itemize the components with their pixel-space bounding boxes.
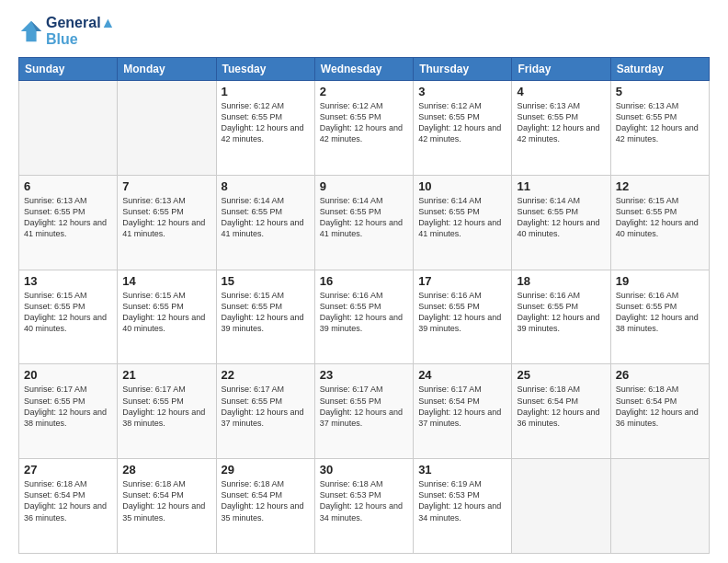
day-number: 19 [616, 274, 704, 288]
calendar-table: SundayMondayTuesdayWednesdayThursdayFrid… [18, 57, 710, 554]
day-info: Sunrise: 6:19 AM Sunset: 6:53 PM Dayligh… [418, 478, 506, 523]
weekday-friday: Friday [512, 58, 610, 81]
day-info: Sunrise: 6:18 AM Sunset: 6:53 PM Dayligh… [320, 478, 408, 523]
day-info: Sunrise: 6:16 AM Sunset: 6:55 PM Dayligh… [616, 290, 704, 335]
day-cell: 14Sunrise: 6:15 AM Sunset: 6:55 PM Dayli… [118, 270, 216, 364]
logo: General▲ Blue [18, 15, 115, 48]
day-cell: 1Sunrise: 6:12 AM Sunset: 6:55 PM Daylig… [216, 81, 314, 176]
day-cell: 29Sunrise: 6:18 AM Sunset: 6:54 PM Dayli… [216, 459, 314, 554]
day-cell [610, 459, 709, 554]
day-cell: 18Sunrise: 6:16 AM Sunset: 6:55 PM Dayli… [512, 270, 610, 364]
day-info: Sunrise: 6:13 AM Sunset: 6:55 PM Dayligh… [122, 195, 210, 240]
day-number: 31 [418, 463, 506, 477]
day-number: 1 [222, 85, 310, 98]
day-number: 16 [320, 274, 408, 288]
day-number: 22 [222, 368, 310, 382]
day-number: 13 [24, 274, 112, 288]
day-info: Sunrise: 6:16 AM Sunset: 6:55 PM Dayligh… [517, 290, 605, 335]
week-row-1: 1Sunrise: 6:12 AM Sunset: 6:55 PM Daylig… [19, 81, 710, 176]
day-info: Sunrise: 6:18 AM Sunset: 6:54 PM Dayligh… [122, 478, 210, 523]
day-info: Sunrise: 6:18 AM Sunset: 6:54 PM Dayligh… [222, 478, 310, 523]
day-cell: 31Sunrise: 6:19 AM Sunset: 6:53 PM Dayli… [414, 459, 512, 554]
day-info: Sunrise: 6:17 AM Sunset: 6:55 PM Dayligh… [24, 384, 112, 429]
weekday-saturday: Saturday [610, 58, 709, 81]
day-cell: 10Sunrise: 6:14 AM Sunset: 6:55 PM Dayli… [414, 175, 512, 270]
day-number: 17 [418, 274, 506, 288]
day-cell [512, 459, 610, 554]
day-info: Sunrise: 6:17 AM Sunset: 6:55 PM Dayligh… [320, 384, 408, 429]
day-number: 30 [320, 463, 408, 477]
day-cell: 24Sunrise: 6:17 AM Sunset: 6:54 PM Dayli… [414, 364, 512, 459]
day-number: 20 [24, 368, 112, 382]
day-info: Sunrise: 6:17 AM Sunset: 6:54 PM Dayligh… [418, 384, 506, 429]
weekday-tuesday: Tuesday [216, 58, 314, 81]
weekday-wednesday: Wednesday [314, 58, 413, 81]
day-cell: 20Sunrise: 6:17 AM Sunset: 6:55 PM Dayli… [19, 364, 118, 459]
day-info: Sunrise: 6:16 AM Sunset: 6:55 PM Dayligh… [320, 290, 408, 335]
week-row-4: 20Sunrise: 6:17 AM Sunset: 6:55 PM Dayli… [19, 364, 710, 459]
day-cell: 16Sunrise: 6:16 AM Sunset: 6:55 PM Dayli… [314, 270, 413, 364]
day-number: 10 [418, 179, 506, 193]
day-number: 23 [320, 368, 408, 382]
day-info: Sunrise: 6:15 AM Sunset: 6:55 PM Dayligh… [122, 290, 210, 335]
day-number: 7 [122, 179, 210, 193]
day-cell: 7Sunrise: 6:13 AM Sunset: 6:55 PM Daylig… [118, 175, 216, 270]
day-info: Sunrise: 6:12 AM Sunset: 6:55 PM Dayligh… [418, 100, 506, 145]
day-number: 3 [418, 85, 506, 98]
day-cell: 17Sunrise: 6:16 AM Sunset: 6:55 PM Dayli… [414, 270, 512, 364]
day-number: 9 [320, 179, 408, 193]
day-info: Sunrise: 6:15 AM Sunset: 6:55 PM Dayligh… [24, 290, 112, 335]
day-info: Sunrise: 6:15 AM Sunset: 6:55 PM Dayligh… [222, 290, 310, 335]
day-number: 28 [122, 463, 210, 477]
day-cell: 23Sunrise: 6:17 AM Sunset: 6:55 PM Dayli… [314, 364, 413, 459]
day-cell: 22Sunrise: 6:17 AM Sunset: 6:55 PM Dayli… [216, 364, 314, 459]
day-number: 6 [24, 179, 112, 193]
day-number: 24 [418, 368, 506, 382]
day-number: 12 [616, 179, 704, 193]
day-number: 25 [517, 368, 605, 382]
page: General▲ Blue SundayMondayTuesdayWednesd… [0, 0, 728, 563]
header: General▲ Blue [18, 15, 710, 48]
day-cell: 5Sunrise: 6:13 AM Sunset: 6:55 PM Daylig… [610, 81, 709, 176]
day-number: 14 [122, 274, 210, 288]
day-cell: 11Sunrise: 6:14 AM Sunset: 6:55 PM Dayli… [512, 175, 610, 270]
week-row-5: 27Sunrise: 6:18 AM Sunset: 6:54 PM Dayli… [19, 459, 710, 554]
weekday-monday: Monday [118, 58, 216, 81]
day-cell: 15Sunrise: 6:15 AM Sunset: 6:55 PM Dayli… [216, 270, 314, 364]
day-info: Sunrise: 6:13 AM Sunset: 6:55 PM Dayligh… [24, 195, 112, 240]
day-cell: 6Sunrise: 6:13 AM Sunset: 6:55 PM Daylig… [19, 175, 118, 270]
day-info: Sunrise: 6:12 AM Sunset: 6:55 PM Dayligh… [222, 100, 310, 145]
week-row-2: 6Sunrise: 6:13 AM Sunset: 6:55 PM Daylig… [19, 175, 710, 270]
day-number: 2 [320, 85, 408, 98]
day-number: 8 [222, 179, 310, 193]
day-info: Sunrise: 6:15 AM Sunset: 6:55 PM Dayligh… [616, 195, 704, 240]
day-cell: 19Sunrise: 6:16 AM Sunset: 6:55 PM Dayli… [610, 270, 709, 364]
day-number: 18 [517, 274, 605, 288]
day-cell: 12Sunrise: 6:15 AM Sunset: 6:55 PM Dayli… [610, 175, 709, 270]
day-info: Sunrise: 6:13 AM Sunset: 6:55 PM Dayligh… [517, 100, 605, 145]
day-info: Sunrise: 6:16 AM Sunset: 6:55 PM Dayligh… [418, 290, 506, 335]
day-cell: 9Sunrise: 6:14 AM Sunset: 6:55 PM Daylig… [314, 175, 413, 270]
weekday-header-row: SundayMondayTuesdayWednesdayThursdayFrid… [19, 58, 710, 81]
day-cell: 4Sunrise: 6:13 AM Sunset: 6:55 PM Daylig… [512, 81, 610, 176]
day-cell: 27Sunrise: 6:18 AM Sunset: 6:54 PM Dayli… [19, 459, 118, 554]
day-cell: 30Sunrise: 6:18 AM Sunset: 6:53 PM Dayli… [314, 459, 413, 554]
day-number: 4 [517, 85, 605, 98]
day-cell: 26Sunrise: 6:18 AM Sunset: 6:54 PM Dayli… [610, 364, 709, 459]
day-number: 27 [24, 463, 112, 477]
day-info: Sunrise: 6:13 AM Sunset: 6:55 PM Dayligh… [616, 100, 704, 145]
day-cell: 13Sunrise: 6:15 AM Sunset: 6:55 PM Dayli… [19, 270, 118, 364]
week-row-3: 13Sunrise: 6:15 AM Sunset: 6:55 PM Dayli… [19, 270, 710, 364]
day-info: Sunrise: 6:14 AM Sunset: 6:55 PM Dayligh… [418, 195, 506, 240]
day-info: Sunrise: 6:18 AM Sunset: 6:54 PM Dayligh… [24, 478, 112, 523]
day-cell [19, 81, 118, 176]
day-info: Sunrise: 6:14 AM Sunset: 6:55 PM Dayligh… [517, 195, 605, 240]
day-cell: 28Sunrise: 6:18 AM Sunset: 6:54 PM Dayli… [118, 459, 216, 554]
weekday-thursday: Thursday [414, 58, 512, 81]
day-cell: 25Sunrise: 6:18 AM Sunset: 6:54 PM Dayli… [512, 364, 610, 459]
day-info: Sunrise: 6:14 AM Sunset: 6:55 PM Dayligh… [320, 195, 408, 240]
day-number: 26 [616, 368, 704, 382]
day-cell: 21Sunrise: 6:17 AM Sunset: 6:55 PM Dayli… [118, 364, 216, 459]
day-cell: 3Sunrise: 6:12 AM Sunset: 6:55 PM Daylig… [414, 81, 512, 176]
logo-text: General▲ Blue [46, 15, 115, 48]
